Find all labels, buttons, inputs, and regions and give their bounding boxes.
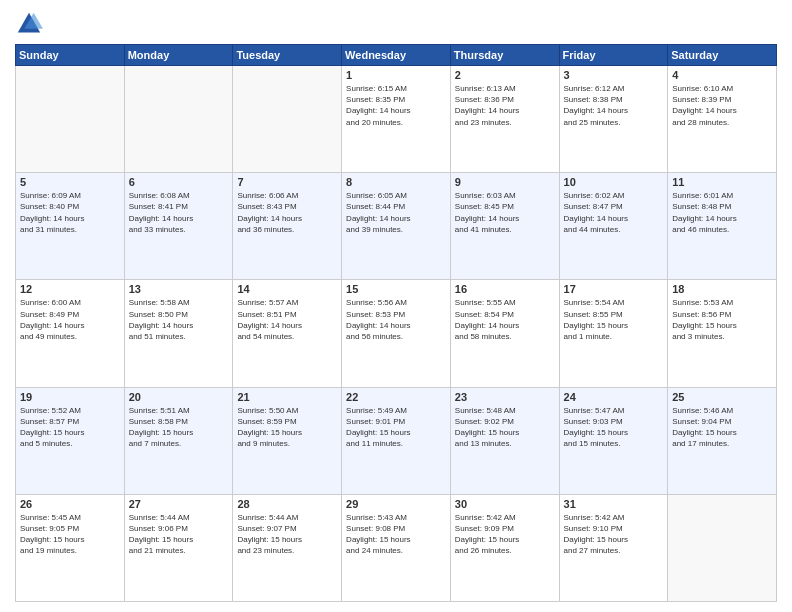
weekday-header-friday: Friday (559, 45, 668, 66)
day-number: 6 (129, 176, 229, 188)
day-number: 30 (455, 498, 555, 510)
calendar-day-cell: 22Sunrise: 5:49 AMSunset: 9:01 PMDayligh… (342, 387, 451, 494)
day-info: Sunrise: 5:52 AMSunset: 8:57 PMDaylight:… (20, 405, 120, 450)
day-number: 24 (564, 391, 664, 403)
calendar-day-cell: 20Sunrise: 5:51 AMSunset: 8:58 PMDayligh… (124, 387, 233, 494)
day-info: Sunrise: 6:05 AMSunset: 8:44 PMDaylight:… (346, 190, 446, 235)
weekday-header-monday: Monday (124, 45, 233, 66)
header (15, 10, 777, 38)
day-info: Sunrise: 5:49 AMSunset: 9:01 PMDaylight:… (346, 405, 446, 450)
day-number: 3 (564, 69, 664, 81)
day-info: Sunrise: 5:58 AMSunset: 8:50 PMDaylight:… (129, 297, 229, 342)
day-info: Sunrise: 5:55 AMSunset: 8:54 PMDaylight:… (455, 297, 555, 342)
calendar-day-cell (124, 66, 233, 173)
calendar-day-cell: 5Sunrise: 6:09 AMSunset: 8:40 PMDaylight… (16, 173, 125, 280)
day-number: 2 (455, 69, 555, 81)
day-info: Sunrise: 6:15 AMSunset: 8:35 PMDaylight:… (346, 83, 446, 128)
day-info: Sunrise: 5:43 AMSunset: 9:08 PMDaylight:… (346, 512, 446, 557)
day-number: 4 (672, 69, 772, 81)
calendar-day-cell: 31Sunrise: 5:42 AMSunset: 9:10 PMDayligh… (559, 494, 668, 601)
day-number: 11 (672, 176, 772, 188)
day-number: 16 (455, 283, 555, 295)
day-info: Sunrise: 5:46 AMSunset: 9:04 PMDaylight:… (672, 405, 772, 450)
weekday-header-saturday: Saturday (668, 45, 777, 66)
day-number: 17 (564, 283, 664, 295)
calendar-day-cell: 7Sunrise: 6:06 AMSunset: 8:43 PMDaylight… (233, 173, 342, 280)
day-info: Sunrise: 6:00 AMSunset: 8:49 PMDaylight:… (20, 297, 120, 342)
calendar-day-cell: 12Sunrise: 6:00 AMSunset: 8:49 PMDayligh… (16, 280, 125, 387)
day-number: 22 (346, 391, 446, 403)
weekday-header-row: SundayMondayTuesdayWednesdayThursdayFrid… (16, 45, 777, 66)
day-info: Sunrise: 5:56 AMSunset: 8:53 PMDaylight:… (346, 297, 446, 342)
day-info: Sunrise: 6:03 AMSunset: 8:45 PMDaylight:… (455, 190, 555, 235)
day-info: Sunrise: 5:48 AMSunset: 9:02 PMDaylight:… (455, 405, 555, 450)
weekday-header-thursday: Thursday (450, 45, 559, 66)
calendar-day-cell: 15Sunrise: 5:56 AMSunset: 8:53 PMDayligh… (342, 280, 451, 387)
calendar-day-cell: 23Sunrise: 5:48 AMSunset: 9:02 PMDayligh… (450, 387, 559, 494)
day-number: 25 (672, 391, 772, 403)
day-info: Sunrise: 6:06 AMSunset: 8:43 PMDaylight:… (237, 190, 337, 235)
weekday-header-sunday: Sunday (16, 45, 125, 66)
day-number: 1 (346, 69, 446, 81)
calendar-day-cell: 25Sunrise: 5:46 AMSunset: 9:04 PMDayligh… (668, 387, 777, 494)
day-info: Sunrise: 6:01 AMSunset: 8:48 PMDaylight:… (672, 190, 772, 235)
day-number: 20 (129, 391, 229, 403)
calendar-day-cell: 27Sunrise: 5:44 AMSunset: 9:06 PMDayligh… (124, 494, 233, 601)
calendar-week-row: 19Sunrise: 5:52 AMSunset: 8:57 PMDayligh… (16, 387, 777, 494)
day-number: 15 (346, 283, 446, 295)
calendar-week-row: 26Sunrise: 5:45 AMSunset: 9:05 PMDayligh… (16, 494, 777, 601)
day-number: 8 (346, 176, 446, 188)
day-number: 29 (346, 498, 446, 510)
day-info: Sunrise: 6:10 AMSunset: 8:39 PMDaylight:… (672, 83, 772, 128)
day-info: Sunrise: 5:44 AMSunset: 9:07 PMDaylight:… (237, 512, 337, 557)
calendar-day-cell: 26Sunrise: 5:45 AMSunset: 9:05 PMDayligh… (16, 494, 125, 601)
calendar-day-cell: 4Sunrise: 6:10 AMSunset: 8:39 PMDaylight… (668, 66, 777, 173)
calendar-day-cell: 10Sunrise: 6:02 AMSunset: 8:47 PMDayligh… (559, 173, 668, 280)
day-number: 13 (129, 283, 229, 295)
day-number: 14 (237, 283, 337, 295)
calendar-day-cell: 9Sunrise: 6:03 AMSunset: 8:45 PMDaylight… (450, 173, 559, 280)
day-info: Sunrise: 5:45 AMSunset: 9:05 PMDaylight:… (20, 512, 120, 557)
calendar-day-cell: 19Sunrise: 5:52 AMSunset: 8:57 PMDayligh… (16, 387, 125, 494)
day-info: Sunrise: 6:12 AMSunset: 8:38 PMDaylight:… (564, 83, 664, 128)
weekday-header-tuesday: Tuesday (233, 45, 342, 66)
calendar-day-cell: 30Sunrise: 5:42 AMSunset: 9:09 PMDayligh… (450, 494, 559, 601)
day-info: Sunrise: 5:53 AMSunset: 8:56 PMDaylight:… (672, 297, 772, 342)
day-info: Sunrise: 5:47 AMSunset: 9:03 PMDaylight:… (564, 405, 664, 450)
calendar-day-cell (16, 66, 125, 173)
calendar-day-cell: 14Sunrise: 5:57 AMSunset: 8:51 PMDayligh… (233, 280, 342, 387)
day-info: Sunrise: 5:42 AMSunset: 9:09 PMDaylight:… (455, 512, 555, 557)
day-info: Sunrise: 5:42 AMSunset: 9:10 PMDaylight:… (564, 512, 664, 557)
calendar-week-row: 12Sunrise: 6:00 AMSunset: 8:49 PMDayligh… (16, 280, 777, 387)
day-number: 31 (564, 498, 664, 510)
day-number: 9 (455, 176, 555, 188)
day-info: Sunrise: 6:02 AMSunset: 8:47 PMDaylight:… (564, 190, 664, 235)
calendar-day-cell: 18Sunrise: 5:53 AMSunset: 8:56 PMDayligh… (668, 280, 777, 387)
day-info: Sunrise: 5:44 AMSunset: 9:06 PMDaylight:… (129, 512, 229, 557)
calendar-day-cell: 3Sunrise: 6:12 AMSunset: 8:38 PMDaylight… (559, 66, 668, 173)
calendar-day-cell: 24Sunrise: 5:47 AMSunset: 9:03 PMDayligh… (559, 387, 668, 494)
day-number: 26 (20, 498, 120, 510)
day-info: Sunrise: 5:51 AMSunset: 8:58 PMDaylight:… (129, 405, 229, 450)
day-info: Sunrise: 5:57 AMSunset: 8:51 PMDaylight:… (237, 297, 337, 342)
page: SundayMondayTuesdayWednesdayThursdayFrid… (0, 0, 792, 612)
day-number: 21 (237, 391, 337, 403)
day-info: Sunrise: 5:54 AMSunset: 8:55 PMDaylight:… (564, 297, 664, 342)
day-number: 28 (237, 498, 337, 510)
calendar-day-cell: 2Sunrise: 6:13 AMSunset: 8:36 PMDaylight… (450, 66, 559, 173)
day-number: 7 (237, 176, 337, 188)
day-number: 18 (672, 283, 772, 295)
calendar-day-cell: 11Sunrise: 6:01 AMSunset: 8:48 PMDayligh… (668, 173, 777, 280)
day-number: 19 (20, 391, 120, 403)
calendar-day-cell: 16Sunrise: 5:55 AMSunset: 8:54 PMDayligh… (450, 280, 559, 387)
calendar-day-cell: 29Sunrise: 5:43 AMSunset: 9:08 PMDayligh… (342, 494, 451, 601)
calendar-table: SundayMondayTuesdayWednesdayThursdayFrid… (15, 44, 777, 602)
calendar-day-cell: 1Sunrise: 6:15 AMSunset: 8:35 PMDaylight… (342, 66, 451, 173)
calendar-day-cell (668, 494, 777, 601)
calendar-day-cell: 17Sunrise: 5:54 AMSunset: 8:55 PMDayligh… (559, 280, 668, 387)
calendar-day-cell: 6Sunrise: 6:08 AMSunset: 8:41 PMDaylight… (124, 173, 233, 280)
day-number: 27 (129, 498, 229, 510)
logo (15, 10, 47, 38)
calendar-day-cell: 8Sunrise: 6:05 AMSunset: 8:44 PMDaylight… (342, 173, 451, 280)
calendar-week-row: 1Sunrise: 6:15 AMSunset: 8:35 PMDaylight… (16, 66, 777, 173)
